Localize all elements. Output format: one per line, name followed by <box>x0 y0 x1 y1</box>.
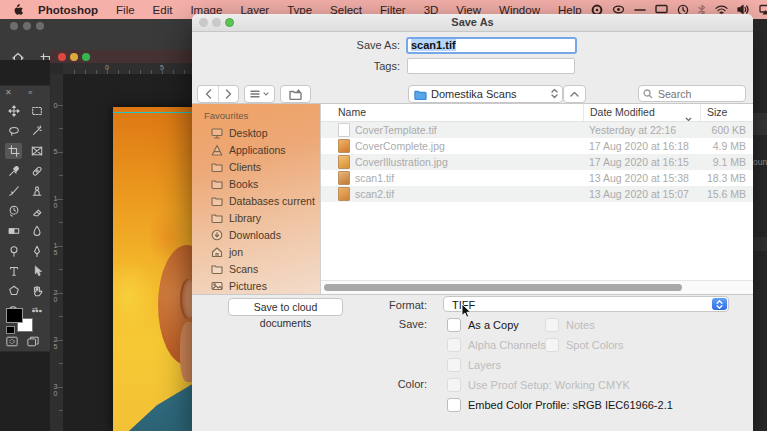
document-window-titlebar[interactable] <box>50 50 192 63</box>
search-input[interactable] <box>656 87 730 101</box>
crop-tool[interactable] <box>5 143 22 159</box>
menu-photoshop[interactable]: Photoshop <box>29 4 107 16</box>
sidebar-item-jon[interactable]: jon <box>192 243 320 260</box>
file-row[interactable]: CoverComplete.jpg 17 Aug 2020 at 16:184.… <box>321 138 753 154</box>
sidebar-item-desktop[interactable]: Desktop <box>192 124 320 141</box>
color-swatches[interactable]: ⇄ <box>6 306 42 336</box>
guide-line[interactable] <box>113 112 192 113</box>
wifi-icon[interactable] <box>715 5 728 15</box>
file-row[interactable]: scan1.tif 13 Aug 2020 at 15:3818.3 MB <box>321 170 753 186</box>
save-as-label: Save As: <box>300 39 400 51</box>
parent-folder-button[interactable] <box>563 85 586 103</box>
tags-field[interactable] <box>407 58 575 74</box>
save-as-dialog: Save As Save As: scan1.tif Tags: Domesti… <box>192 14 753 431</box>
screen: Photoshop File Edit Image Layer Type Sel… <box>0 0 767 431</box>
gradient-tool[interactable] <box>5 223 22 239</box>
quick-mask-icon[interactable] <box>6 333 18 351</box>
sidebar-item-library[interactable]: Library <box>192 209 320 226</box>
menu-file[interactable]: File <box>107 4 144 16</box>
alpha-channels-option: Alpha Channels <box>447 338 546 352</box>
as-a-copy-checkbox[interactable] <box>447 318 461 332</box>
eyedropper-tool[interactable] <box>5 163 22 179</box>
menu-edit[interactable]: Edit <box>144 4 182 16</box>
painting-neck <box>180 322 192 382</box>
sidebar-item-scans[interactable]: Scans <box>192 260 320 277</box>
sidebar-item-pictures[interactable]: Pictures <box>192 277 320 294</box>
file-row[interactable]: scan2.tif 13 Aug 2020 at 15:0715.6 MB <box>321 186 753 202</box>
filename-selected-text: scan1.tif <box>411 39 456 51</box>
back-button[interactable] <box>199 86 218 102</box>
downloads-icon <box>211 229 223 241</box>
home-icon <box>211 246 223 258</box>
pen-tool[interactable] <box>28 243 45 259</box>
healing-brush-tool[interactable] <box>28 163 45 179</box>
apple-menu-icon[interactable] <box>0 2 29 17</box>
use-proof-setup-option: Use Proof Setup: Working CMYK <box>447 378 630 392</box>
doc-close-button[interactable] <box>58 53 66 61</box>
ruler-corner <box>50 63 63 74</box>
forward-button[interactable] <box>218 86 238 102</box>
smudge-tool[interactable] <box>28 223 45 239</box>
path-select-tool[interactable] <box>28 263 45 279</box>
marquee-tool[interactable] <box>28 103 45 119</box>
sidebar-item-books[interactable]: Books <box>192 175 320 192</box>
doc-zoom-button[interactable] <box>82 53 90 61</box>
dialog-title: Save As <box>451 16 493 28</box>
spot-colors-checkbox <box>545 338 559 352</box>
type-tool[interactable] <box>5 263 22 279</box>
location-dropdown[interactable]: Domestika Scans <box>408 85 563 103</box>
file-row[interactable]: CoverIllustration.jpg 17 Aug 2020 at 16:… <box>321 154 753 170</box>
hand-tool[interactable] <box>28 283 45 299</box>
sidebar-item-applications[interactable]: Applications <box>192 141 320 158</box>
magic-wand-tool[interactable] <box>28 123 45 139</box>
column-size[interactable]: Size <box>700 104 753 121</box>
clone-stamp-tool[interactable] <box>28 183 45 199</box>
embed-color-profile-checkbox[interactable] <box>447 398 461 412</box>
foreground-color-swatch[interactable] <box>6 308 23 323</box>
view-options-button[interactable] <box>244 85 275 103</box>
format-dropdown[interactable]: TIFF <box>443 296 729 312</box>
brush-tool[interactable] <box>5 183 22 199</box>
horizontal-scrollbar[interactable] <box>321 280 753 294</box>
sidebar-item-downloads[interactable]: Downloads <box>192 226 320 243</box>
palette-close-icon[interactable]: ✕ <box>5 88 12 97</box>
window-zoom-button[interactable] <box>36 22 44 30</box>
folder-icon <box>211 212 223 224</box>
desktop-icon <box>211 127 223 139</box>
filename-field[interactable]: scan1.tif <box>406 37 577 54</box>
screen-mirroring-icon[interactable] <box>759 4 767 15</box>
palette-collapse-icon[interactable]: « <box>28 88 32 97</box>
screen-mode-icon[interactable] <box>27 333 39 351</box>
dialog-titlebar[interactable]: Save As <box>192 14 753 32</box>
sidebar-header: Favourites <box>192 104 320 124</box>
spot-colors-option: Spot Colors <box>545 338 623 352</box>
save-to-cloud-button[interactable]: Save to cloud documents <box>228 298 343 316</box>
tags-label: Tags: <box>300 60 400 72</box>
image-file-icon <box>338 155 350 169</box>
scrollbar-thumb[interactable] <box>324 284 682 291</box>
sidebar-item-clients[interactable]: Clients <box>192 158 320 175</box>
sidebar-item-databases-current[interactable]: Databases current <box>192 192 320 209</box>
horizontal-ruler: 0 5 <box>63 63 192 74</box>
shape-tool[interactable] <box>5 283 22 299</box>
notes-option: Notes <box>545 318 595 332</box>
new-folder-button[interactable] <box>280 85 311 103</box>
dodge-tool[interactable] <box>5 243 22 259</box>
search-field[interactable] <box>638 85 746 102</box>
dialog-close-button <box>199 18 208 27</box>
window-minimize-button[interactable] <box>23 22 31 30</box>
doc-minimize-button[interactable] <box>70 53 78 61</box>
window-close-button[interactable] <box>10 22 18 30</box>
lasso-tool[interactable] <box>5 123 22 139</box>
column-name[interactable]: Name <box>321 104 583 121</box>
frame-tool[interactable] <box>28 143 45 159</box>
move-tool[interactable] <box>5 103 22 119</box>
history-brush-tool[interactable] <box>5 203 22 219</box>
swap-colors-icon[interactable]: ⇄ <box>32 306 38 314</box>
image-file-icon <box>338 171 350 185</box>
use-proof-setup-checkbox <box>447 378 461 392</box>
dash-icon[interactable] <box>634 8 646 12</box>
dialog-zoom-button[interactable] <box>225 18 234 27</box>
column-date-modified[interactable]: Date Modified <box>583 104 700 121</box>
eraser-tool[interactable] <box>28 203 45 219</box>
